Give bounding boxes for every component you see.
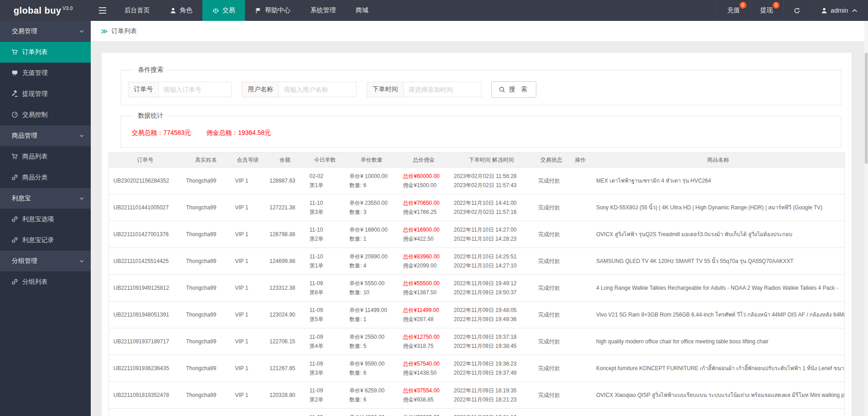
cell-line: 2023年02月02日 11:57:16 [454,208,529,216]
sidebar-item-交易控制[interactable]: 交易控制 [0,104,91,125]
sidebar-item-利息宝选项[interactable]: 利息宝选项 [0,209,91,230]
cell-total-commission: 总价¥55500.00佣金¥1387.50 [398,275,449,301]
refresh-icon [794,7,800,14]
sidebar-group-交易管理[interactable]: 交易管理 [0,21,91,42]
search-fieldset: 条件搜索 订单号用户名称下单时间 搜 索 [121,66,841,105]
cell-line: 120328.80 [270,391,300,399]
cell-price-qty: 单价¥ 11499.00数量: 1 [345,302,398,328]
order-no-input[interactable] [159,82,231,97]
search-button[interactable]: 搜 索 [491,81,536,98]
cell-line: UB2211101427001376 [113,231,177,238]
cell-trade-status: 完成付款 [534,328,569,355]
cell-line: 11-09 [309,360,340,367]
sidebar-group-分组管理[interactable]: 分组管理 [0,251,91,272]
table-row: UB2211091949125812Thongcha99VIP 1123312.… [109,275,844,302]
cell-actions [569,382,592,408]
order-time-input[interactable] [404,82,481,97]
sidebar-item-label: 充值管理 [22,69,48,77]
cell-line: 总价¥70650.00 [403,199,445,207]
cell-line: VIP 1 [235,231,260,238]
column-header-label: 总价佣金 [413,156,435,164]
admin-user-menu[interactable]: admin [810,0,868,21]
breadcrumb-current: 订单列表 [112,27,137,35]
column-header-label: 下单时间 解冻时间 [469,156,514,164]
sidebar-item-充值管理[interactable]: 充值管理 [0,63,91,84]
sidebar-item-订单列表[interactable]: 订单列表 [0,42,91,63]
cell-real-name: Thongcha99 [181,221,230,248]
cell-line: 总价¥57540.00 [403,360,445,367]
scrollbar-thumb[interactable] [865,53,868,164]
cell-line: 单价¥ 5550.00 [349,280,394,287]
nav-item-1[interactable]: 后台首页 [114,0,160,21]
cell-trade-status: 完成付款 [534,275,569,301]
table-row: UB2211091936236435Thongcha99VIP 1121267.… [109,355,844,382]
cell-order-no: UB2211091936236435 [109,355,181,381]
cell-balance: 122706.15 [265,328,305,355]
cell-line: VIP 1 [235,311,260,318]
cell-product-name: Koncept furniture KONCEPT FURNITURE เก้า… [592,355,844,381]
cell-price-qty: 单价¥ 20990.00数量: 4 [345,248,398,274]
nav-item-3[interactable]: 交易 [202,0,245,21]
recharge-button[interactable]: 充值0 [717,0,750,21]
sidebar-group-利息宝[interactable]: 利息宝 [0,188,91,209]
notification-badge: 0 [740,2,746,9]
cell-balance: 121267.65 [265,355,305,381]
cell-vip-level: VIP 1 [230,382,265,408]
cell-line: 佣金¥287.48 [403,316,445,323]
cell-line: Thongcha99 [186,177,226,184]
sidebar-item-商品分类[interactable]: 商品分类 [0,167,91,188]
cell-vip-level: VIP 1 [230,409,265,416]
cell-balance: 119330.80 [265,409,305,416]
cell-actions [569,409,592,416]
cell-product-name: OVICX Xiaoqiao QISP ลู่วิ่งไฟฟ้าแบบเรียบ… [592,382,844,408]
column-header: 商品名称 [592,153,844,167]
cell-real-name: Thongcha99 [181,382,230,408]
sidebar-item-提现管理[interactable]: 提现管理 [0,84,91,104]
refresh-button[interactable] [783,0,810,21]
cell-trade-status: 完成付款 [534,382,569,408]
cell-line: 数量: 6 [349,182,394,189]
nav-item-4[interactable]: 帮助中心 [245,0,300,21]
cell-line: Thongcha99 [186,284,226,292]
sidebar-item-label: 商品分类 [22,173,48,182]
cell-line: 单价¥ 20990.00 [349,253,394,260]
cell-price-qty: 单价¥ 2550.00数量: 5 [345,328,398,355]
sidebar-group-商品管理[interactable]: 商品管理 [0,125,91,146]
column-header: 余额 [265,153,305,167]
nav-item-6[interactable]: 商城 [346,0,378,21]
cell-order-no: UB2302021156284352 [109,168,181,194]
nav-item-5[interactable]: 系统管理 [300,0,346,21]
vertical-scrollbar [864,21,868,416]
cell-line: 佣金¥2099.00 [403,262,445,269]
search-field-group: 用户名称 [242,82,357,97]
table-row: UB2211091937189717Thongcha99VIP 1122706.… [109,328,844,355]
cell-real-name: Thongcha99 [181,302,230,328]
cell-line: 完成付款 [538,231,564,238]
cell-line: 2022年11月10日 14:27:00 [454,226,529,233]
withdraw-button[interactable]: 提现0 [750,0,783,21]
cell-line: 第1单 [309,182,340,189]
cell-line: 11-10 [309,253,340,260]
cell-price-qty: 单价¥ 16900.00数量: 1 [345,221,398,248]
table-row: UB2211091948051391Thongcha99VIP 1123024.… [109,302,844,328]
hamburger-menu-button[interactable] [91,0,114,21]
sidebar-group-label: 分组管理 [12,257,37,265]
cell-order-unfreeze-time: 2022年11月09日 19:36:232022年11月09日 19:37:49 [449,355,534,381]
username-input[interactable] [279,82,356,97]
nav-item-2[interactable]: 角色 [160,0,202,21]
cell-line: 数量: 10 [349,289,394,296]
cell-line: Thongcha99 [186,258,226,265]
chevron-up-icon [851,7,858,14]
nav-item-label: 角色 [180,6,192,15]
cell-real-name: Thongcha99 [181,168,230,194]
cell-total-commission: 总价¥70650.00佣金¥1766.25 [398,194,449,221]
cell-line: 数量: 6 [349,396,394,403]
app-logo-text: global buy [14,5,61,16]
sidebar-item-利息宝记录[interactable]: 利息宝记录 [0,230,91,251]
cell-order-no: UB2211091819352478 [109,382,181,408]
cell-line: 单价¥ 23550.00 [349,199,394,207]
sidebar-item-分组列表[interactable]: 分组列表 [0,272,91,292]
top-navbar: global buy V3.0 后台首页角色交易帮助中心系统管理商城 充值0提现… [0,0,868,21]
sidebar-item-商品列表[interactable]: 商品列表 [0,146,91,167]
cell-order-no: UB2211101427001376 [109,221,181,248]
